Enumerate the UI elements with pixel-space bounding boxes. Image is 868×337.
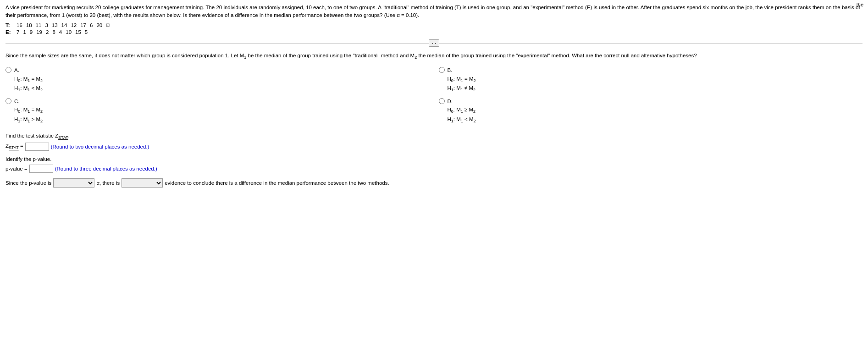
group-e-row: E: 7 1 9 19 2 8 4 10 15 5	[6, 29, 862, 35]
option-a-content: A. H0: M1 = M2 H1: M1 < M2	[14, 66, 43, 94]
pvalue-input[interactable]	[29, 165, 53, 173]
group-t-label: T:	[6, 22, 14, 28]
option-d: D. H0: M1 ≥ M2 H1: M1 < M2	[439, 97, 863, 125]
option-d-h1: H1: M1 < M2	[448, 115, 476, 125]
zstat-label: ZSTAT =	[6, 143, 23, 150]
conclusion-row: Since the p-value is less than greater t…	[6, 178, 862, 188]
zstat-hint: (Round to two decimal places as needed.)	[51, 144, 149, 149]
radio-b[interactable]	[439, 67, 445, 73]
option-c-content: C. H0: M1 = M2 H1: M1 > M2	[14, 97, 43, 125]
conclusion-middle: α, there is	[96, 180, 120, 186]
option-c: C. H0: M1 = M2 H1: M1 > M2	[6, 97, 430, 125]
option-b-h1: H1: M1 ≠ M2	[448, 84, 476, 94]
option-b-content: B. H0: M1 = M2 H1: M1 ≠ M2	[448, 66, 476, 94]
identify-pvalue-label: Identify the p-value.	[6, 156, 862, 162]
option-b-label: B.	[448, 67, 454, 73]
top-right-label: the	[857, 2, 863, 7]
conclusion-suffix: evidence to conclude there is a differen…	[165, 180, 389, 186]
option-a: A. H0: M1 = M2 H1: M1 < M2	[6, 66, 430, 94]
option-c-label: C.	[14, 99, 21, 104]
radio-c[interactable]	[6, 98, 11, 104]
option-d-h0: H0: M1 ≥ M2	[448, 105, 476, 115]
find-zstat-label: Find the test statistic ZSTAT.	[6, 133, 862, 140]
stat-subscript: STAT	[58, 135, 68, 140]
pvalue-hint: (Round to three decimal places as needed…	[55, 166, 157, 171]
pvalue-label: p-value =	[6, 166, 28, 171]
option-a-h0: H0: M1 = M2	[14, 75, 43, 84]
radio-a[interactable]	[6, 67, 11, 73]
option-c-h1: H1: M1 > M2	[14, 115, 43, 125]
option-a-label: A.	[14, 67, 21, 73]
conclusion-dropdown1[interactable]: less than greater than equal to	[53, 178, 94, 188]
option-b: B. H0: M1 = M2 H1: M1 ≠ M2	[439, 66, 863, 94]
zstat-input[interactable]	[25, 143, 49, 151]
radio-d[interactable]	[439, 98, 445, 104]
pvalue-row: p-value = (Round to three decimal places…	[6, 165, 862, 173]
group-t-values: 16 18 11 3 13 14 12 17 6 20 ⊡	[17, 22, 110, 28]
group-e-label: E:	[6, 29, 14, 35]
options-grid: A. H0: M1 = M2 H1: M1 < M2 B. H0: M1 = M…	[6, 66, 862, 125]
option-a-h1: H1: M1 < M2	[14, 84, 43, 94]
expand-button[interactable]: ···	[429, 39, 439, 47]
problem-description: A vice president for marketing recruits …	[6, 4, 862, 20]
option-d-content: D. H0: M1 ≥ M2 H1: M1 < M2	[448, 97, 476, 125]
option-c-h0: H0: M1 = M2	[14, 105, 43, 115]
option-b-h0: H0: M1 = M2	[448, 75, 476, 84]
conclusion-dropdown2[interactable]: sufficient insufficient	[122, 178, 163, 188]
question-text: Since the sample sizes are the same, it …	[6, 52, 862, 61]
group-e-values: 7 1 9 19 2 8 4 10 15 5	[17, 29, 88, 35]
divider-left	[6, 43, 429, 44]
divider-container: ···	[6, 39, 862, 47]
divider-right	[439, 43, 862, 44]
group-t-row: T: 16 18 11 3 13 14 12 17 6 20 ⊡	[6, 22, 862, 28]
option-d-label: D.	[448, 99, 454, 104]
conclusion-prefix: Since the p-value is	[6, 180, 51, 186]
zstat-row: ZSTAT = (Round to two decimal places as …	[6, 143, 862, 151]
